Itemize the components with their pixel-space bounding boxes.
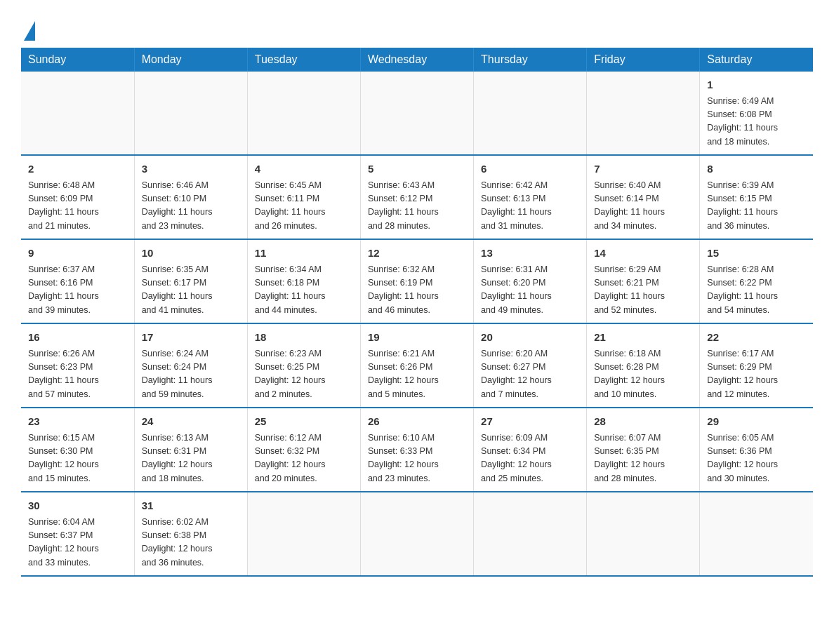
day-info: Sunrise: 6:18 AMSunset: 6:28 PMDaylight:… [594,347,692,402]
calendar-cell: 1Sunrise: 6:49 AMSunset: 6:08 PMDaylight… [700,72,813,155]
calendar-week-row: 1Sunrise: 6:49 AMSunset: 6:08 PMDaylight… [21,72,813,155]
calendar-cell [360,72,473,155]
day-number: 25 [255,414,353,430]
calendar-week-row: 23Sunrise: 6:15 AMSunset: 6:30 PMDayligh… [21,408,813,492]
calendar-header: SundayMondayTuesdayWednesdayThursdayFrid… [21,48,813,72]
calendar-cell: 8Sunrise: 6:39 AMSunset: 6:15 PMDaylight… [700,155,813,239]
day-number: 2 [28,161,127,177]
logo-triangle-icon [24,21,35,41]
day-info: Sunrise: 6:46 AMSunset: 6:10 PMDaylight:… [142,179,240,234]
calendar-cell: 9Sunrise: 6:37 AMSunset: 6:16 PMDaylight… [21,239,134,323]
day-number: 15 [707,246,806,262]
day-info: Sunrise: 6:10 AMSunset: 6:33 PMDaylight:… [368,431,466,486]
day-number: 18 [255,330,353,346]
calendar-cell [247,492,360,576]
day-number: 1 [707,77,806,93]
calendar-cell [587,492,700,576]
calendar-cell: 18Sunrise: 6:23 AMSunset: 6:25 PMDayligh… [247,323,360,408]
day-number: 30 [28,498,127,514]
day-number: 27 [481,414,579,430]
day-info: Sunrise: 6:42 AMSunset: 6:13 PMDaylight:… [481,179,579,234]
day-number: 11 [255,246,353,262]
day-info: Sunrise: 6:12 AMSunset: 6:32 PMDaylight:… [255,431,353,486]
calendar-cell: 30Sunrise: 6:04 AMSunset: 6:37 PMDayligh… [21,492,134,576]
calendar-cell [474,492,587,576]
weekday-header-sunday: Sunday [21,48,134,72]
day-info: Sunrise: 6:26 AMSunset: 6:23 PMDaylight:… [28,347,127,402]
calendar-cell: 28Sunrise: 6:07 AMSunset: 6:35 PMDayligh… [587,408,700,492]
calendar-cell [21,72,134,155]
calendar-cell: 16Sunrise: 6:26 AMSunset: 6:23 PMDayligh… [21,323,134,408]
calendar-cell: 22Sunrise: 6:17 AMSunset: 6:29 PMDayligh… [700,323,813,408]
day-info: Sunrise: 6:49 AMSunset: 6:08 PMDaylight:… [707,95,806,149]
day-number: 23 [28,414,127,430]
day-number: 19 [368,330,466,346]
day-info: Sunrise: 6:29 AMSunset: 6:21 PMDaylight:… [594,263,692,318]
day-info: Sunrise: 6:34 AMSunset: 6:18 PMDaylight:… [255,263,353,318]
day-info: Sunrise: 6:13 AMSunset: 6:31 PMDaylight:… [142,431,240,486]
calendar-cell: 15Sunrise: 6:28 AMSunset: 6:22 PMDayligh… [700,239,813,323]
weekday-header-row: SundayMondayTuesdayWednesdayThursdayFrid… [21,48,813,72]
day-number: 12 [368,246,466,262]
day-number: 29 [707,414,806,430]
calendar-cell: 4Sunrise: 6:45 AMSunset: 6:11 PMDaylight… [247,155,360,239]
calendar-cell: 10Sunrise: 6:35 AMSunset: 6:17 PMDayligh… [134,239,247,323]
calendar-cell: 2Sunrise: 6:48 AMSunset: 6:09 PMDaylight… [21,155,134,239]
calendar-cell: 5Sunrise: 6:43 AMSunset: 6:12 PMDaylight… [360,155,473,239]
weekday-header-wednesday: Wednesday [360,48,473,72]
day-number: 4 [255,161,353,177]
day-number: 21 [594,330,692,346]
calendar-cell: 3Sunrise: 6:46 AMSunset: 6:10 PMDaylight… [134,155,247,239]
calendar-cell [700,492,813,576]
calendar-week-row: 16Sunrise: 6:26 AMSunset: 6:23 PMDayligh… [21,323,813,408]
calendar-cell: 20Sunrise: 6:20 AMSunset: 6:27 PMDayligh… [474,323,587,408]
calendar-cell: 24Sunrise: 6:13 AMSunset: 6:31 PMDayligh… [134,408,247,492]
calendar-cell: 21Sunrise: 6:18 AMSunset: 6:28 PMDayligh… [587,323,700,408]
calendar-week-row: 9Sunrise: 6:37 AMSunset: 6:16 PMDaylight… [21,239,813,323]
day-info: Sunrise: 6:09 AMSunset: 6:34 PMDaylight:… [481,431,579,486]
calendar-cell [247,72,360,155]
calendar-cell: 12Sunrise: 6:32 AMSunset: 6:19 PMDayligh… [360,239,473,323]
calendar-cell: 6Sunrise: 6:42 AMSunset: 6:13 PMDaylight… [474,155,587,239]
day-number: 20 [481,330,579,346]
day-info: Sunrise: 6:17 AMSunset: 6:29 PMDaylight:… [707,347,806,402]
day-number: 24 [142,414,240,430]
calendar-table: SundayMondayTuesdayWednesdayThursdayFrid… [21,48,813,577]
day-info: Sunrise: 6:20 AMSunset: 6:27 PMDaylight:… [481,347,579,402]
calendar-week-row: 30Sunrise: 6:04 AMSunset: 6:37 PMDayligh… [21,492,813,576]
day-info: Sunrise: 6:04 AMSunset: 6:37 PMDaylight:… [28,516,127,570]
day-info: Sunrise: 6:28 AMSunset: 6:22 PMDaylight:… [707,263,806,318]
day-number: 3 [142,161,240,177]
day-number: 5 [368,161,466,177]
calendar-cell: 26Sunrise: 6:10 AMSunset: 6:33 PMDayligh… [360,408,473,492]
day-info: Sunrise: 6:15 AMSunset: 6:30 PMDaylight:… [28,431,127,486]
page-header [21,14,813,41]
calendar-cell: 25Sunrise: 6:12 AMSunset: 6:32 PMDayligh… [247,408,360,492]
day-number: 14 [594,246,692,262]
day-info: Sunrise: 6:02 AMSunset: 6:38 PMDaylight:… [142,516,240,570]
day-info: Sunrise: 6:07 AMSunset: 6:35 PMDaylight:… [594,431,692,486]
day-info: Sunrise: 6:39 AMSunset: 6:15 PMDaylight:… [707,179,806,234]
day-number: 16 [28,330,127,346]
day-number: 26 [368,414,466,430]
calendar-week-row: 2Sunrise: 6:48 AMSunset: 6:09 PMDaylight… [21,155,813,239]
calendar-cell: 29Sunrise: 6:05 AMSunset: 6:36 PMDayligh… [700,408,813,492]
weekday-header-monday: Monday [134,48,247,72]
day-info: Sunrise: 6:45 AMSunset: 6:11 PMDaylight:… [255,179,353,234]
day-info: Sunrise: 6:24 AMSunset: 6:24 PMDaylight:… [142,347,240,402]
weekday-header-thursday: Thursday [474,48,587,72]
day-info: Sunrise: 6:37 AMSunset: 6:16 PMDaylight:… [28,263,127,318]
day-number: 8 [707,161,806,177]
calendar-cell: 7Sunrise: 6:40 AMSunset: 6:14 PMDaylight… [587,155,700,239]
day-info: Sunrise: 6:32 AMSunset: 6:19 PMDaylight:… [368,263,466,318]
weekday-header-tuesday: Tuesday [247,48,360,72]
calendar-cell [134,72,247,155]
day-info: Sunrise: 6:40 AMSunset: 6:14 PMDaylight:… [594,179,692,234]
calendar-cell [474,72,587,155]
day-number: 10 [142,246,240,262]
calendar-cell: 13Sunrise: 6:31 AMSunset: 6:20 PMDayligh… [474,239,587,323]
calendar-cell: 27Sunrise: 6:09 AMSunset: 6:34 PMDayligh… [474,408,587,492]
day-number: 17 [142,330,240,346]
day-info: Sunrise: 6:48 AMSunset: 6:09 PMDaylight:… [28,179,127,234]
day-number: 22 [707,330,806,346]
